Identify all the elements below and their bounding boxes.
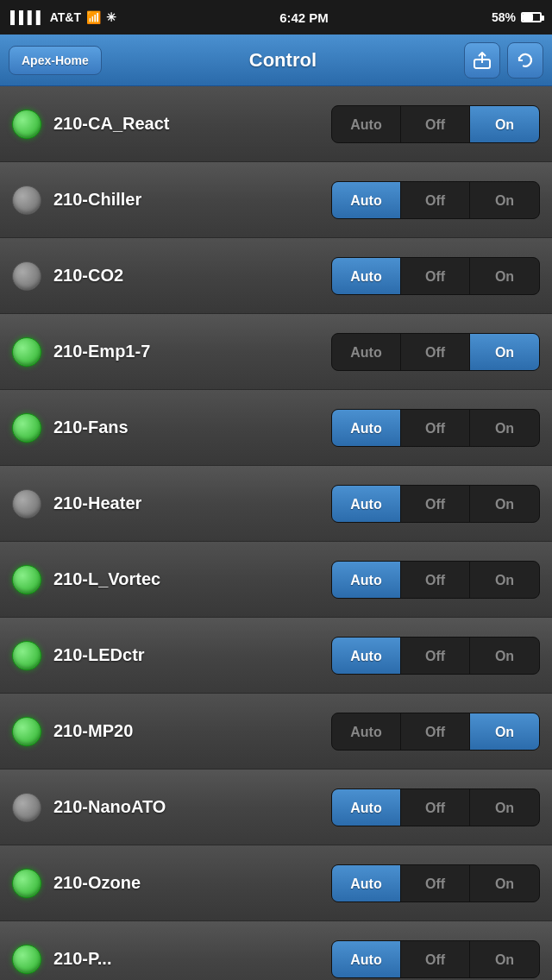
on-button-l-vortec[interactable]: On — [470, 562, 539, 599]
device-row: 210-MP20AutoOffOn — [0, 694, 552, 770]
off-button-partial[interactable]: Off — [401, 941, 470, 978]
device-row: 210-CA_ReactAutoOffOn — [0, 86, 552, 162]
status-dot-emp1-7 — [12, 337, 41, 367]
auto-button-ledctr[interactable]: Auto — [332, 638, 401, 675]
device-name-chiller: 210-Chiller — [53, 190, 319, 210]
device-row: 210-FansAutoOffOn — [0, 390, 552, 466]
nav-actions — [464, 42, 543, 79]
carrier-label: AT&T — [50, 10, 81, 24]
off-button-chiller[interactable]: Off — [401, 182, 470, 219]
on-button-mp20[interactable]: On — [470, 713, 539, 751]
on-button-nanoato[interactable]: On — [470, 789, 539, 826]
status-bar: ▌▌▌▌ AT&T 📶 ✳ 6:42 PM 58% — [0, 0, 552, 35]
device-row: 210-CO2AutoOffOn — [0, 238, 552, 314]
device-name-l-vortec: 210-L_Vortec — [53, 569, 319, 589]
on-button-ledctr[interactable]: On — [470, 638, 539, 675]
off-button-co2[interactable]: Off — [401, 258, 470, 295]
off-button-mp20[interactable]: Off — [401, 713, 470, 751]
off-button-ledctr[interactable]: Off — [401, 638, 470, 675]
auto-button-chiller[interactable]: Auto — [332, 182, 401, 219]
device-name-heater: 210-Heater — [53, 493, 319, 513]
device-name-ledctr: 210-LEDctr — [53, 645, 319, 665]
device-row: 210-L_VortecAutoOffOn — [0, 542, 552, 618]
auto-button-heater[interactable]: Auto — [332, 486, 401, 523]
on-button-fans[interactable]: On — [470, 410, 539, 447]
device-name-ozone: 210-Ozone — [53, 873, 319, 893]
share-button[interactable] — [464, 42, 500, 79]
status-dot-fans — [12, 413, 41, 443]
on-button-heater[interactable]: On — [470, 486, 539, 523]
device-name-partial: 210-P... — [53, 949, 319, 969]
device-row: 210-Emp1-7AutoOffOn — [0, 314, 552, 390]
auto-button-l-vortec[interactable]: Auto — [332, 562, 401, 599]
auto-button-ca-react[interactable]: Auto — [332, 106, 401, 143]
nav-bar: Apex-Home Control — [0, 35, 552, 86]
status-dot-chiller — [12, 185, 41, 215]
off-button-ozone[interactable]: Off — [401, 865, 470, 902]
status-time: 6:42 PM — [279, 10, 329, 25]
status-dot-l-vortec — [12, 565, 41, 594]
on-button-ca-react[interactable]: On — [470, 106, 539, 143]
status-dot-mp20 — [12, 717, 41, 746]
device-row: 210-OzoneAutoOffOn — [0, 845, 552, 921]
auto-button-nanoato[interactable]: Auto — [332, 789, 401, 826]
control-group-heater: AutoOffOn — [331, 485, 540, 523]
device-row: 210-NanoATOAutoOffOn — [0, 770, 552, 845]
back-button[interactable]: Apex-Home — [9, 46, 102, 75]
on-button-emp1-7[interactable]: On — [470, 334, 539, 371]
device-name-ca-react: 210-CA_React — [53, 114, 319, 134]
status-right: 58% — [492, 10, 542, 24]
on-button-partial[interactable]: On — [470, 941, 539, 978]
nav-title: Control — [249, 49, 317, 72]
control-group-mp20: AutoOffOn — [331, 713, 540, 751]
activity-icon: ✳ — [106, 10, 116, 24]
on-button-co2[interactable]: On — [470, 258, 539, 295]
device-row: 210-LEDctrAutoOffOn — [0, 618, 552, 694]
device-list: 210-CA_ReactAutoOffOn210-ChillerAutoOffO… — [0, 86, 552, 980]
device-name-mp20: 210-MP20 — [53, 721, 319, 741]
control-group-emp1-7: AutoOffOn — [331, 333, 540, 371]
off-button-fans[interactable]: Off — [401, 410, 470, 447]
battery-icon — [521, 12, 542, 22]
control-group-nanoato: AutoOffOn — [331, 788, 540, 826]
status-dot-ca-react — [12, 110, 41, 139]
signal-icon: ▌▌▌▌ — [10, 10, 45, 24]
auto-button-mp20[interactable]: Auto — [332, 713, 401, 751]
off-button-nanoato[interactable]: Off — [401, 789, 470, 826]
off-button-heater[interactable]: Off — [401, 486, 470, 523]
refresh-button[interactable] — [507, 42, 543, 79]
auto-button-emp1-7[interactable]: Auto — [332, 334, 401, 371]
auto-button-fans[interactable]: Auto — [332, 410, 401, 447]
off-button-emp1-7[interactable]: Off — [401, 334, 470, 371]
status-dot-nanoato — [12, 793, 41, 822]
control-group-chiller: AutoOffOn — [331, 181, 540, 219]
status-dot-partial — [12, 945, 41, 974]
on-button-ozone[interactable]: On — [470, 865, 539, 902]
auto-button-co2[interactable]: Auto — [332, 258, 401, 295]
device-name-fans: 210-Fans — [53, 418, 319, 437]
control-group-ledctr: AutoOffOn — [331, 637, 540, 675]
status-left: ▌▌▌▌ AT&T 📶 ✳ — [10, 10, 116, 24]
device-name-emp1-7: 210-Emp1-7 — [53, 342, 319, 361]
control-group-ozone: AutoOffOn — [331, 864, 540, 902]
device-row: 210-ChillerAutoOffOn — [0, 162, 552, 238]
control-group-l-vortec: AutoOffOn — [331, 561, 540, 599]
status-dot-heater — [12, 489, 41, 518]
device-row: 210-P...AutoOffOn — [0, 921, 552, 980]
auto-button-partial[interactable]: Auto — [332, 941, 401, 978]
device-row: 210-HeaterAutoOffOn — [0, 466, 552, 542]
off-button-l-vortec[interactable]: Off — [401, 562, 470, 599]
battery-percent: 58% — [492, 10, 516, 24]
off-button-ca-react[interactable]: Off — [401, 106, 470, 143]
device-name-co2: 210-CO2 — [53, 266, 319, 286]
status-dot-ledctr — [12, 641, 41, 670]
control-group-ca-react: AutoOffOn — [331, 105, 540, 143]
control-group-fans: AutoOffOn — [331, 409, 540, 447]
on-button-chiller[interactable]: On — [470, 182, 539, 219]
control-group-partial: AutoOffOn — [331, 940, 540, 978]
wifi-icon: 📶 — [86, 10, 101, 24]
auto-button-ozone[interactable]: Auto — [332, 865, 401, 902]
status-dot-co2 — [12, 261, 41, 291]
status-dot-ozone — [12, 869, 41, 898]
device-name-nanoato: 210-NanoATO — [53, 797, 319, 817]
